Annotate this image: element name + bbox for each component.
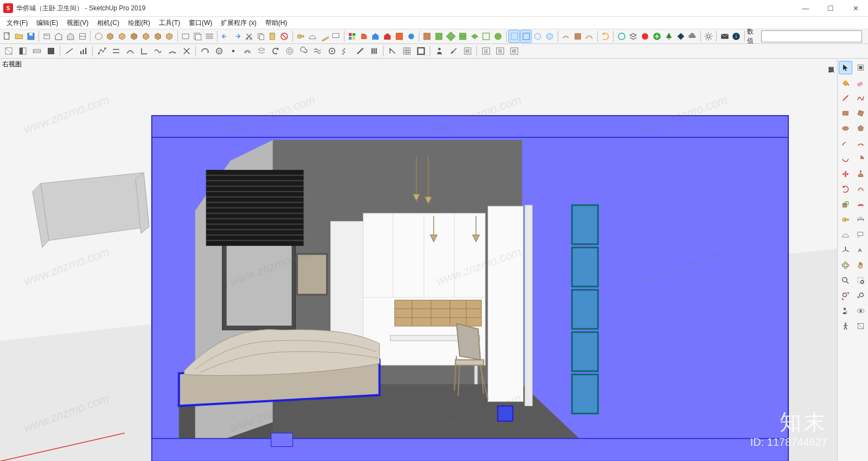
make-component-icon[interactable] (854, 61, 867, 74)
layers-stack2-icon[interactable] (254, 45, 268, 58)
tapemeasure-right-icon[interactable] (839, 213, 852, 226)
edge-replace-icon[interactable] (584, 30, 595, 43)
section-cuts-icon[interactable] (30, 45, 43, 58)
value-input[interactable] (761, 30, 862, 42)
3dwarehouse-icon[interactable] (370, 30, 381, 43)
diamond-blue-icon[interactable] (675, 30, 686, 43)
select-box-4-icon[interactable] (544, 30, 556, 43)
add-green-icon[interactable] (652, 30, 663, 43)
material-picker-icon[interactable] (346, 30, 358, 43)
brush-icon[interactable] (446, 45, 460, 58)
angle-icon[interactable] (386, 45, 399, 58)
polygon-tool-icon[interactable] (854, 122, 867, 135)
tree-icon[interactable] (663, 30, 674, 43)
cube-5-icon[interactable] (152, 30, 163, 43)
iso-view-icon[interactable] (93, 30, 104, 43)
cjk-box-3-icon[interactable]: 模 (507, 45, 521, 58)
menu-tools[interactable]: 工具(T) (155, 17, 184, 29)
house-top-icon[interactable] (77, 30, 88, 43)
default-panel-toggle[interactable]: 默认面板 (827, 60, 836, 64)
model-info-icon[interactable] (41, 30, 53, 43)
material-apply-icon[interactable] (358, 30, 369, 43)
layer-stack-icon[interactable] (628, 30, 639, 43)
columns-icon[interactable] (367, 45, 381, 58)
rectangle-tool-icon[interactable] (839, 106, 852, 120)
2pt-arc-icon[interactable] (854, 137, 867, 150)
zoom-magnifier-icon[interactable] (839, 274, 852, 287)
menu-help[interactable]: 帮助(H) (261, 17, 292, 29)
circle-tool-icon[interactable] (839, 122, 852, 135)
info-circle-icon[interactable]: i (731, 30, 742, 43)
axes-tool-icon[interactable] (839, 243, 852, 257)
wave-icon[interactable] (151, 45, 165, 58)
plugin-6-icon[interactable] (481, 30, 492, 43)
settings-gear-icon[interactable] (703, 30, 714, 43)
look-around-icon[interactable] (854, 304, 867, 318)
chart-bar-icon[interactable] (76, 45, 90, 58)
save-file-icon[interactable] (25, 30, 37, 43)
cut-icon[interactable] (243, 30, 254, 43)
copy-icon[interactable] (255, 30, 266, 43)
arc-tool-icon[interactable] (839, 137, 852, 150)
eraser-icon[interactable] (854, 76, 867, 90)
plugin-4-icon[interactable] (457, 30, 468, 43)
rotated-rect-icon[interactable] (854, 106, 867, 120)
refresh-icon[interactable] (600, 30, 611, 43)
cube-1-icon[interactable] (105, 30, 116, 43)
position-camera-icon[interactable] (839, 304, 852, 318)
outliner-icon[interactable] (203, 30, 215, 43)
close-button[interactable]: ✕ (843, 0, 868, 16)
rotate-tool-icon[interactable] (839, 182, 852, 196)
x-cut-icon[interactable] (180, 45, 193, 58)
protractor-right-icon[interactable] (839, 228, 852, 242)
select-box-1-icon[interactable] (508, 30, 520, 43)
spring-icon[interactable] (339, 45, 353, 58)
plugin-7-icon[interactable] (493, 30, 504, 43)
bezier-arc-icon[interactable] (165, 45, 179, 58)
circle-red-icon[interactable] (640, 30, 651, 43)
paste-icon[interactable] (267, 30, 278, 43)
dropdown-arc-icon[interactable] (198, 45, 212, 58)
scale-tool-icon[interactable] (839, 198, 852, 211)
curve-edit-icon[interactable] (123, 45, 137, 58)
orbit-icon[interactable] (839, 258, 852, 272)
cube-2-icon[interactable] (117, 30, 128, 43)
new-file-icon[interactable] (2, 30, 13, 43)
protractor-icon[interactable] (307, 30, 318, 43)
reverse-arc-icon[interactable] (269, 45, 282, 58)
select-box-3-icon[interactable] (532, 30, 544, 43)
target-dot-icon[interactable] (325, 45, 339, 58)
warehouse-upload-icon[interactable] (382, 30, 393, 43)
connector-1-icon[interactable] (62, 45, 76, 58)
menu-file[interactable]: 文件(F) (2, 17, 32, 29)
menu-view[interactable]: 视图(V) (62, 17, 93, 29)
viewport-3d[interactable]: 右视图 默认面板 (0, 59, 837, 461)
target-circles-icon[interactable] (283, 45, 296, 58)
text-label-icon[interactable] (854, 228, 867, 242)
cube-3-icon[interactable] (129, 30, 140, 43)
layers-panel-icon[interactable] (192, 30, 203, 43)
menu-extensions[interactable]: 扩展程序 (x) (216, 17, 260, 29)
maximize-button[interactable]: ☐ (818, 0, 843, 16)
ring-icon[interactable] (212, 45, 226, 58)
corner-icon[interactable] (137, 45, 151, 58)
path-node-icon[interactable] (95, 45, 108, 58)
dot-icon[interactable] (226, 45, 240, 58)
person-icon[interactable] (432, 45, 446, 58)
followme-icon[interactable] (854, 182, 867, 196)
3pt-arc-icon[interactable] (839, 152, 852, 166)
plugin-1-icon[interactable] (422, 30, 433, 43)
pie-tool-icon[interactable] (854, 152, 867, 166)
redo-icon[interactable] (232, 30, 243, 43)
section-plane-icon[interactable] (2, 45, 15, 58)
zoom-window-icon[interactable] (854, 274, 867, 287)
walk-icon[interactable] (839, 319, 852, 333)
plugin-3-icon[interactable] (445, 30, 457, 43)
offset-tool-icon[interactable] (854, 198, 867, 211)
previous-view-icon[interactable] (854, 289, 867, 302)
minimize-button[interactable]: — (793, 0, 818, 16)
menu-camera[interactable]: 相机(C) (93, 17, 124, 29)
pan-hand-icon[interactable] (854, 258, 867, 272)
menu-draw[interactable]: 绘图(R) (124, 17, 155, 29)
grid-3x3-icon[interactable] (400, 45, 413, 58)
